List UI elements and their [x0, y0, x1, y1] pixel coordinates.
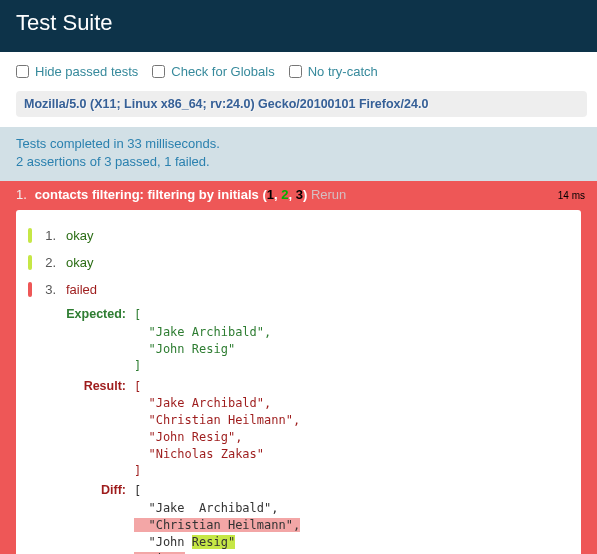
- no-trycatch-input[interactable]: [289, 65, 302, 78]
- check-globals-label: Check for Globals: [171, 64, 274, 79]
- no-trycatch-checkbox[interactable]: No try-catch: [289, 64, 378, 79]
- test-list: 1. contacts filtering: filtering by init…: [0, 181, 597, 554]
- test-counts: (1, 2, 3): [262, 187, 310, 202]
- diff-label: Diff:: [48, 483, 126, 497]
- expected-label: Expected:: [48, 307, 126, 321]
- test-title: contacts filtering: filtering by initial…: [35, 187, 259, 202]
- assertion-row: 1. okay: [20, 222, 573, 249]
- page-title: Test Suite: [0, 0, 597, 52]
- result-label: Result:: [48, 379, 126, 393]
- assertion-index: 1.: [42, 228, 56, 243]
- useragent: Mozilla/5.0 (X11; Linux x86_64; rv:24.0)…: [16, 91, 587, 117]
- summary-line-2: 2 assertions of 3 passed, 1 failed.: [16, 153, 587, 171]
- test-index: 1.: [16, 187, 27, 202]
- fail-details: Expected: [ "Jake Archibald", "John Resi…: [20, 307, 573, 554]
- expected-value: [ "Jake Archibald", "John Resig" ]: [134, 307, 271, 374]
- rerun-link[interactable]: Rerun: [311, 187, 346, 202]
- test-output-panel: 1. okay 2. okay 3. failed Expected: [ "J…: [16, 210, 581, 554]
- check-globals-checkbox[interactable]: Check for Globals: [152, 64, 274, 79]
- test-runtime: 14 ms: [558, 190, 585, 201]
- assertion-row: 2. okay: [20, 249, 573, 276]
- assertion-index: 2.: [42, 255, 56, 270]
- no-trycatch-label: No try-catch: [308, 64, 378, 79]
- assertion-row: 3. failed: [20, 276, 573, 303]
- status-bar-pass-icon: [28, 228, 32, 243]
- hide-passed-input[interactable]: [16, 65, 29, 78]
- assertion-message: failed: [66, 282, 97, 297]
- test-header[interactable]: 1. contacts filtering: filtering by init…: [0, 181, 597, 210]
- assertion-index: 3.: [42, 282, 56, 297]
- assertion-message: okay: [66, 228, 93, 243]
- diff-removed: "Christian Heilmann",: [134, 518, 300, 532]
- status-bar-pass-icon: [28, 255, 32, 270]
- summary-line-1: Tests completed in 33 milliseconds.: [16, 135, 587, 153]
- status-bar-fail-icon: [28, 282, 32, 297]
- toolbar: Hide passed tests Check for Globals No t…: [16, 64, 587, 79]
- hide-passed-checkbox[interactable]: Hide passed tests: [16, 64, 138, 79]
- hide-passed-label: Hide passed tests: [35, 64, 138, 79]
- assertion-list: 1. okay 2. okay 3. failed: [20, 222, 573, 303]
- diff-value: [ "Jake Archibald", "Christian Heilmann"…: [134, 483, 300, 554]
- diff-added: Resig": [192, 535, 235, 549]
- qunit-banner: Hide passed tests Check for Globals No t…: [0, 52, 597, 127]
- result-value: [ "Jake Archibald", "Christian Heilmann"…: [134, 379, 300, 480]
- test-result-summary: Tests completed in 33 milliseconds. 2 as…: [0, 127, 597, 181]
- assertion-message: okay: [66, 255, 93, 270]
- check-globals-input[interactable]: [152, 65, 165, 78]
